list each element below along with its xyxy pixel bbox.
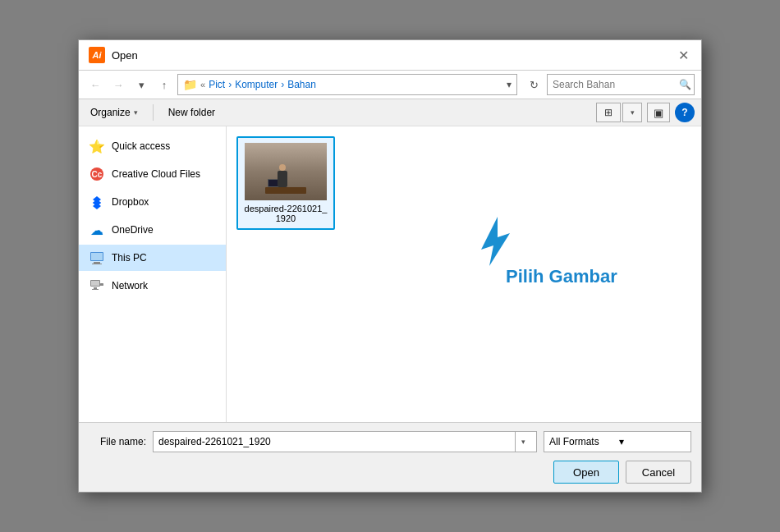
quick-access-icon: ⭐ <box>89 138 105 154</box>
dialog-title: Open <box>112 49 668 62</box>
address-part-komputer[interactable]: Komputer <box>235 79 278 90</box>
arrow-svg <box>473 209 539 274</box>
view-dropdown-button[interactable]: ▾ <box>622 103 642 122</box>
view-icon-button[interactable]: ⊞ <box>596 103 621 122</box>
format-select[interactable]: All Formats ▾ <box>544 431 691 452</box>
search-input[interactable] <box>553 79 676 90</box>
open-dialog: Ai Open ✕ ← → ▾ ↑ 📁 « Pict › Komputer › … <box>78 39 702 493</box>
scene-person <box>278 171 287 187</box>
svg-rect-8 <box>92 264 102 264</box>
scene-desk <box>265 187 306 194</box>
sidebar: ⭐ Quick access Cc Creative Cloud Files D… <box>79 126 227 422</box>
svg-rect-13 <box>92 289 99 290</box>
view-pane-button[interactable]: ▣ <box>647 103 670 122</box>
svg-rect-14 <box>100 283 103 286</box>
filename-dropdown-button[interactable]: ▾ <box>515 432 531 452</box>
file-item[interactable]: despaired-2261021_1920 <box>236 136 335 230</box>
file-scene <box>245 143 327 200</box>
svg-rect-12 <box>94 287 97 289</box>
organize-label: Organize <box>90 107 131 118</box>
format-label: All Formats <box>549 436 616 447</box>
network-icon <box>89 277 105 294</box>
address-path: Pict › Komputer › Bahan <box>209 79 316 90</box>
sidebar-label-this-pc: This PC <box>112 252 147 264</box>
main-area: ⭐ Quick access Cc Creative Cloud Files D… <box>79 126 701 422</box>
up-button[interactable]: ↑ <box>154 75 174 94</box>
search-bar[interactable]: 🔍 <box>547 74 695 95</box>
new-folder-button[interactable]: New folder <box>163 105 220 120</box>
footer-filename-row: File name: despaired-2261021_1920 ▾ All … <box>89 431 691 452</box>
filename-input[interactable]: despaired-2261021_1920 ▾ <box>153 431 537 452</box>
this-pc-icon <box>89 250 105 266</box>
organize-button[interactable]: Organize ▾ <box>85 105 143 120</box>
cancel-button[interactable]: Cancel <box>626 461 691 484</box>
dropbox-icon <box>89 194 105 210</box>
view-icons-group: ⊞ ▾ ▣ ? <box>596 103 695 122</box>
footer: File name: despaired-2261021_1920 ▾ All … <box>79 422 701 492</box>
onedrive-icon: ☁ <box>89 222 105 238</box>
search-icon: 🔍 <box>679 79 691 90</box>
svg-rect-11 <box>91 281 99 286</box>
sidebar-item-creative-cloud[interactable]: Cc Creative Cloud Files <box>79 161 226 187</box>
address-dropdown-arrow[interactable]: ▾ <box>507 79 512 90</box>
creative-cloud-icon: Cc <box>89 166 105 182</box>
toolbar-separator <box>153 104 154 121</box>
sidebar-label-creative-cloud: Creative Cloud Files <box>112 168 200 180</box>
sidebar-item-network[interactable]: Network <box>79 273 226 299</box>
titlebar: Ai Open ✕ <box>79 40 701 71</box>
file-thumbnail <box>245 143 327 200</box>
refresh-button[interactable]: ↻ <box>524 75 544 94</box>
sidebar-label-network: Network <box>112 280 148 291</box>
forward-button[interactable]: → <box>108 75 128 94</box>
filename-label: File name: <box>89 436 146 447</box>
file-name: despaired-2261021_1920 <box>243 204 328 223</box>
sidebar-item-dropbox[interactable]: Dropbox <box>79 189 226 215</box>
sidebar-item-this-pc[interactable]: This PC <box>79 245 226 271</box>
filename-value: despaired-2261021_1920 <box>158 436 512 447</box>
sidebar-label-dropbox: Dropbox <box>112 196 149 208</box>
format-dropdown-icon: ▾ <box>619 436 686 447</box>
sep1: › <box>228 79 232 90</box>
svg-rect-9 <box>91 253 103 260</box>
back-button[interactable]: ← <box>85 75 105 94</box>
address-chevrons: « <box>200 80 205 89</box>
app-icon: Ai <box>89 47 105 63</box>
toolbar: Organize ▾ New folder ⊞ ▾ ▣ ? <box>79 99 701 126</box>
help-button[interactable]: ? <box>675 103 695 122</box>
sidebar-label-onedrive: OneDrive <box>112 224 154 236</box>
address-part-bahan: Bahan <box>287 79 316 90</box>
sidebar-item-quick-access[interactable]: ⭐ Quick access <box>79 133 226 159</box>
footer-buttons: Open Cancel <box>89 461 691 484</box>
sep2: › <box>281 79 284 90</box>
open-button[interactable]: Open <box>553 461 619 484</box>
pilih-gambar-label: Pilih Gambar <box>506 266 617 287</box>
svg-marker-15 <box>481 217 510 266</box>
svg-rect-7 <box>94 262 100 264</box>
navbar: ← → ▾ ↑ 📁 « Pict › Komputer › Bahan ▾ ↻ … <box>79 71 701 99</box>
organize-dropdown-icon: ▾ <box>134 108 138 117</box>
address-folder-icon: 📁 <box>183 78 197 91</box>
sidebar-item-onedrive[interactable]: ☁ OneDrive <box>79 217 226 243</box>
svg-text:Cc: Cc <box>92 170 103 179</box>
new-folder-label: New folder <box>168 107 215 118</box>
close-button[interactable]: ✕ <box>675 47 691 63</box>
nav-dropdown-button[interactable]: ▾ <box>131 75 151 94</box>
sidebar-label-quick-access: Quick access <box>112 140 170 152</box>
file-area[interactable]: despaired-2261021_1920 Pilih Gambar <box>227 126 701 422</box>
address-part-pict[interactable]: Pict <box>209 79 225 90</box>
address-bar[interactable]: 📁 « Pict › Komputer › Bahan ▾ <box>177 74 517 95</box>
